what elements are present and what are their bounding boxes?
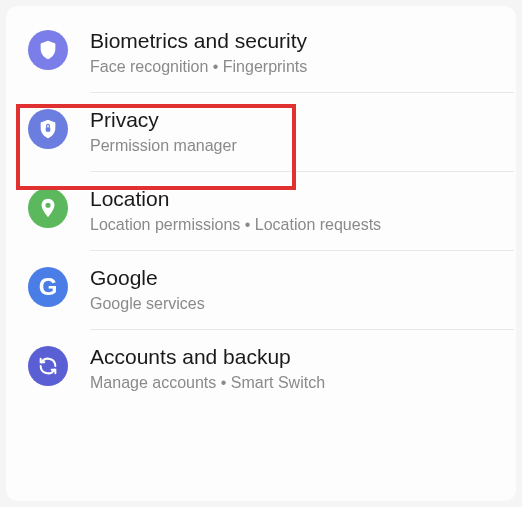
item-title: Location — [90, 186, 498, 211]
settings-item-biometrics[interactable]: Biometrics and security Face recognition… — [6, 14, 516, 92]
google-g-icon: G — [28, 267, 68, 307]
svg-rect-0 — [46, 127, 51, 132]
item-subtitle: Google services — [90, 294, 498, 315]
svg-point-1 — [45, 203, 50, 208]
item-title: Privacy — [90, 107, 498, 132]
settings-item-backup[interactable]: Accounts and backup Manage accounts • Sm… — [6, 330, 516, 408]
shield-icon — [28, 30, 68, 70]
item-subtitle: Permission manager — [90, 136, 498, 157]
privacy-shield-icon — [28, 109, 68, 149]
item-title: Google — [90, 265, 498, 290]
item-text: Biometrics and security Face recognition… — [90, 28, 498, 78]
item-text: Google Google services — [90, 265, 498, 315]
settings-item-privacy[interactable]: Privacy Permission manager — [6, 93, 516, 171]
item-text: Privacy Permission manager — [90, 107, 498, 157]
settings-item-google[interactable]: G Google Google services — [6, 251, 516, 329]
item-subtitle: Face recognition • Fingerprints — [90, 57, 498, 78]
item-title: Biometrics and security — [90, 28, 498, 53]
item-subtitle: Manage accounts • Smart Switch — [90, 373, 498, 394]
settings-item-location[interactable]: Location Location permissions • Location… — [6, 172, 516, 250]
location-pin-icon — [28, 188, 68, 228]
item-subtitle: Location permissions • Location requests — [90, 215, 498, 236]
item-text: Accounts and backup Manage accounts • Sm… — [90, 344, 498, 394]
sync-icon — [28, 346, 68, 386]
settings-list: Biometrics and security Face recognition… — [6, 6, 516, 501]
item-title: Accounts and backup — [90, 344, 498, 369]
item-text: Location Location permissions • Location… — [90, 186, 498, 236]
